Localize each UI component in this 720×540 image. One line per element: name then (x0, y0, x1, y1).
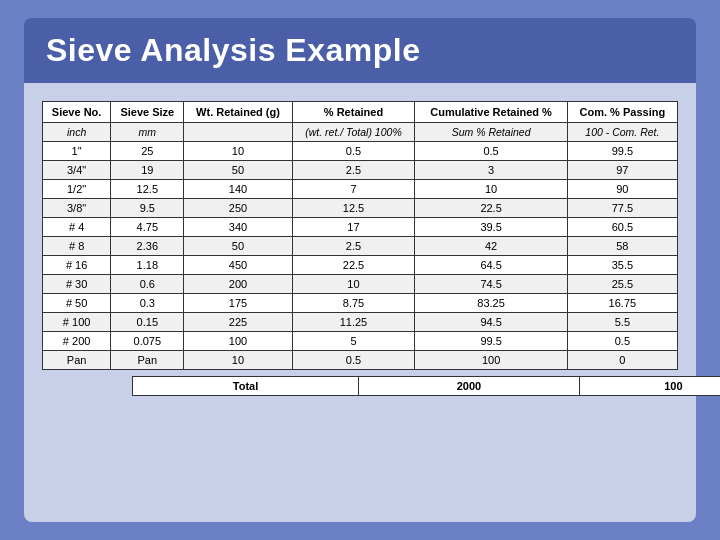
table-cell: 7 (292, 180, 415, 199)
table-cell: 100 (415, 351, 567, 370)
content-area: Sieve No. Sieve Size Wt. Retained (g) % … (24, 83, 696, 522)
table-cell: 94.5 (415, 313, 567, 332)
table-cell: 4.75 (111, 218, 184, 237)
table-cell: # 100 (43, 313, 111, 332)
table-cell: 11.25 (292, 313, 415, 332)
table-row: # 44.753401739.560.5 (43, 218, 678, 237)
table-cell: 97 (567, 161, 677, 180)
table-body: 1"25100.50.599.53/4"19502.53971/2"12.514… (43, 142, 678, 370)
table-cell: 60.5 (567, 218, 677, 237)
table-row: 1/2"12.514071090 (43, 180, 678, 199)
page-title: Sieve Analysis Example (46, 32, 420, 68)
footer-table: Total 2000 100 (132, 376, 720, 396)
subheader-wt-retained (184, 123, 292, 142)
table-cell: 10 (184, 351, 292, 370)
table-cell: 0.3 (111, 294, 184, 313)
table-cell: 250 (184, 199, 292, 218)
table-cell: 1.18 (111, 256, 184, 275)
table-cell: 0.5 (415, 142, 567, 161)
table-cell: 0.6 (111, 275, 184, 294)
subheader-com-passing: 100 - Com. Ret. (567, 123, 677, 142)
table-cell: # 200 (43, 332, 111, 351)
title-bar: Sieve Analysis Example (24, 18, 696, 83)
table-cell: # 4 (43, 218, 111, 237)
table-cell: 77.5 (567, 199, 677, 218)
subheader-sieve-size: mm (111, 123, 184, 142)
table-cell: 10 (415, 180, 567, 199)
footer-total-label: Total (133, 377, 359, 396)
footer-total-wt: 2000 (359, 377, 580, 396)
table-cell: 0.5 (292, 142, 415, 161)
footer-row: Total 2000 100 (133, 377, 721, 396)
table-cell: 12.5 (292, 199, 415, 218)
footer-total-pct: 100 (579, 377, 720, 396)
table-cell: 5 (292, 332, 415, 351)
table-cell: 74.5 (415, 275, 567, 294)
table-cell: 3/4" (43, 161, 111, 180)
col-header-sieve-no: Sieve No. (43, 102, 111, 123)
table-cell: 2.5 (292, 237, 415, 256)
table-row: PanPan100.51000 (43, 351, 678, 370)
table-cell: 0.075 (111, 332, 184, 351)
table-cell: 2.36 (111, 237, 184, 256)
table-cell: 25 (111, 142, 184, 161)
table-cell: 5.5 (567, 313, 677, 332)
table-cell: 0.5 (567, 332, 677, 351)
table-cell: 17 (292, 218, 415, 237)
sieve-table: Sieve No. Sieve Size Wt. Retained (g) % … (42, 101, 678, 370)
table-subheader-row: inch mm (wt. ret./ Total) 100% Sum % Ret… (43, 123, 678, 142)
table-row: # 161.1845022.564.535.5 (43, 256, 678, 275)
table-cell: 450 (184, 256, 292, 275)
table-row: # 300.62001074.525.5 (43, 275, 678, 294)
table-cell: 200 (184, 275, 292, 294)
table-cell: 0.5 (292, 351, 415, 370)
table-row: # 1000.1522511.2594.55.5 (43, 313, 678, 332)
table-cell: 1/2" (43, 180, 111, 199)
subheader-pct-retained: (wt. ret./ Total) 100% (292, 123, 415, 142)
col-header-sieve-size: Sieve Size (111, 102, 184, 123)
table-cell: 42 (415, 237, 567, 256)
table-row: # 500.31758.7583.2516.75 (43, 294, 678, 313)
table-cell: 35.5 (567, 256, 677, 275)
table-cell: 100 (184, 332, 292, 351)
col-header-wt-retained: Wt. Retained (g) (184, 102, 292, 123)
table-cell: 2.5 (292, 161, 415, 180)
table-cell: 50 (184, 161, 292, 180)
table-cell: 175 (184, 294, 292, 313)
table-cell: 225 (184, 313, 292, 332)
table-cell: 1" (43, 142, 111, 161)
table-cell: 10 (184, 142, 292, 161)
table-row: 3/4"19502.5397 (43, 161, 678, 180)
table-cell: 3 (415, 161, 567, 180)
table-cell: 90 (567, 180, 677, 199)
table-cell: 25.5 (567, 275, 677, 294)
table-cell: 9.5 (111, 199, 184, 218)
table-cell: # 16 (43, 256, 111, 275)
slide: Sieve Analysis Example Sieve No. Sieve S… (0, 0, 720, 540)
table-cell: 39.5 (415, 218, 567, 237)
table-row: 1"25100.50.599.5 (43, 142, 678, 161)
table-row: 3/8"9.525012.522.577.5 (43, 199, 678, 218)
table-header-row: Sieve No. Sieve Size Wt. Retained (g) % … (43, 102, 678, 123)
table-cell: 8.75 (292, 294, 415, 313)
table-cell: 58 (567, 237, 677, 256)
table-cell: # 8 (43, 237, 111, 256)
subheader-cum-retained: Sum % Retained (415, 123, 567, 142)
table-cell: 83.25 (415, 294, 567, 313)
table-cell: 50 (184, 237, 292, 256)
col-header-com-passing: Com. % Passing (567, 102, 677, 123)
table-row: # 2000.075100599.50.5 (43, 332, 678, 351)
table-cell: 3/8" (43, 199, 111, 218)
table-cell: 99.5 (567, 142, 677, 161)
table-cell: 0 (567, 351, 677, 370)
table-cell: # 30 (43, 275, 111, 294)
table-cell: 12.5 (111, 180, 184, 199)
col-header-cum-retained: Cumulative Retained % (415, 102, 567, 123)
table-cell: 64.5 (415, 256, 567, 275)
table-cell: Pan (111, 351, 184, 370)
subheader-sieve-no: inch (43, 123, 111, 142)
table-row: # 82.36502.54258 (43, 237, 678, 256)
table-cell: 99.5 (415, 332, 567, 351)
table-cell: 22.5 (415, 199, 567, 218)
table-cell: 19 (111, 161, 184, 180)
